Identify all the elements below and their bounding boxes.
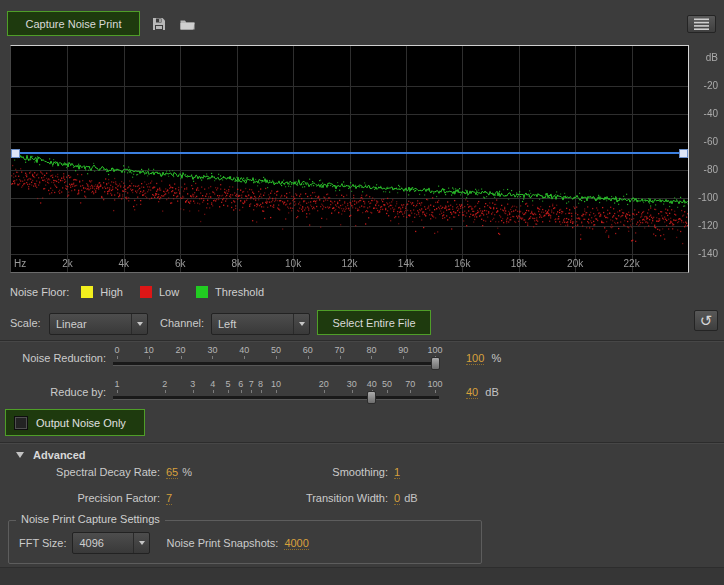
noise-reduction-value-row: 100 % [466,352,501,364]
separator [0,340,724,342]
chevron-down-icon [293,314,309,334]
scale-value: Linear [50,318,131,330]
slider-tick [387,390,388,393]
noise-reduction-value[interactable]: 100 [466,352,484,365]
noise-floor-plot[interactable]: Hz2k4k6k8k10k12k14k16k18k20k22k [10,45,689,273]
open-noise-print-button[interactable] [176,13,198,35]
fft-size-label: FFT Size: [19,537,66,549]
slider-handle[interactable] [367,391,376,404]
slider-tick-label: 80 [366,345,376,355]
spectral-decay-rate-field: Spectral Decay Rate: 65 % [0,466,192,479]
slider-tick [149,356,150,359]
threshold-line[interactable] [11,152,688,154]
reduce-by-value[interactable]: 40 [466,386,478,399]
noise-floor-canvas[interactable] [11,46,688,272]
db-axis-label: -120 [698,220,718,231]
fft-size-value: 4096 [73,537,133,549]
scale-select[interactable]: Linear [49,313,148,335]
legend-label-threshold: Threshold [215,286,264,298]
separator [0,442,724,444]
save-icon [151,16,167,32]
slider-tick [117,356,118,359]
slider-tick [213,390,214,393]
slider-track[interactable] [113,362,439,366]
advanced-toggle[interactable]: Advanced [16,449,86,461]
slider-tick-label: 20 [176,345,186,355]
slider-tick-label: 50 [271,345,281,355]
chevron-down-icon [131,314,147,334]
db-axis-label: -60 [704,136,718,147]
slider-tick-label: 0 [114,345,119,355]
panel-menu-button[interactable] [687,15,716,33]
slider-tick [193,390,194,393]
slider-tick-label: 7 [249,379,254,389]
folder-icon [179,17,196,32]
reduce-by-value-row: 40 dB [466,386,499,398]
slider-tick-label: 90 [398,345,408,355]
noise-print-snapshots-value[interactable]: 4000 [284,537,308,550]
precision-factor-value[interactable]: 7 [166,492,172,505]
slider-track[interactable] [113,396,439,400]
legend-swatch-high [81,286,93,298]
select-entire-file-button[interactable]: Select Entire File [317,310,431,335]
channel-value: Left [212,318,293,330]
slider-tick [244,356,245,359]
chevron-down-icon [133,533,149,553]
slider-tick-label: 60 [303,345,313,355]
legend-label-low: Low [159,286,179,298]
noise-reduction-label: Noise Reduction: [0,352,106,364]
menu-icon [694,18,709,30]
spectral-decay-rate-value[interactable]: 65 [166,466,178,479]
output-noise-only-label: Output Noise Only [36,417,126,429]
noise-print-snapshots-label: Noise Print Snapshots: [166,537,278,549]
spectral-decay-rate-unit: % [182,466,192,478]
save-noise-print-button[interactable] [148,13,170,35]
slider-tick [117,390,118,393]
reduce-by-slider[interactable]: 12345678102030405070100 [111,379,441,407]
disclosure-triangle-icon [16,452,24,458]
slider-tick [435,390,436,393]
noise-print-capture-settings-group: Noise Print Capture Settings FFT Size: 4… [8,520,482,564]
slider-tick [371,356,372,359]
reduce-by-label: Reduce by: [0,386,106,398]
transition-width-value[interactable]: 0 [394,492,400,505]
reduce-by-unit: dB [485,386,498,398]
db-axis-label: -20 [704,80,718,91]
output-noise-only-option[interactable]: Output Noise Only [5,409,145,436]
threshold-handle-right[interactable] [679,149,688,158]
slider-handle[interactable] [431,357,440,370]
legend-label-high: High [100,286,123,298]
fft-size-select[interactable]: 4096 [72,532,150,554]
output-noise-only-checkbox[interactable] [14,416,28,430]
slider-tick [165,390,166,393]
smoothing-value[interactable]: 1 [394,466,400,479]
scale-label: Scale: [10,317,41,329]
transition-width-label: Transition Width: [240,492,388,504]
threshold-handle-left[interactable] [11,149,20,158]
slider-tick-label: 10 [271,379,281,389]
reset-effect-button[interactable]: ↺ [694,310,718,331]
noise-reduction-unit: % [491,352,501,364]
noise-reduction-slider[interactable]: 0102030405060708090100 [111,345,441,373]
db-axis-label: -140 [698,248,718,259]
transition-width-unit: dB [404,492,417,504]
slider-tick-label: 20 [319,379,329,389]
capture-noise-print-button[interactable]: Capture Noise Print [7,11,140,36]
group-title: Noise Print Capture Settings [16,513,165,525]
slider-tick [410,390,411,393]
slider-tick-label: 40 [239,345,249,355]
slider-tick-label: 5 [226,379,231,389]
slider-tick-label: 10 [144,345,154,355]
slider-tick-label: 70 [335,345,345,355]
db-axis-label: dB [706,52,718,63]
db-axis-label: -100 [698,192,718,203]
legend-swatch-low [140,286,152,298]
slider-tick [251,390,252,393]
channel-select[interactable]: Left [211,313,310,335]
slider-tick-label: 2 [162,379,167,389]
slider-tick [352,390,353,393]
slider-tick [276,356,277,359]
noise-floor-legend: Noise Floor: High Low Threshold [10,286,281,298]
reset-icon: ↺ [700,313,713,328]
slider-tick-label: 30 [347,379,357,389]
